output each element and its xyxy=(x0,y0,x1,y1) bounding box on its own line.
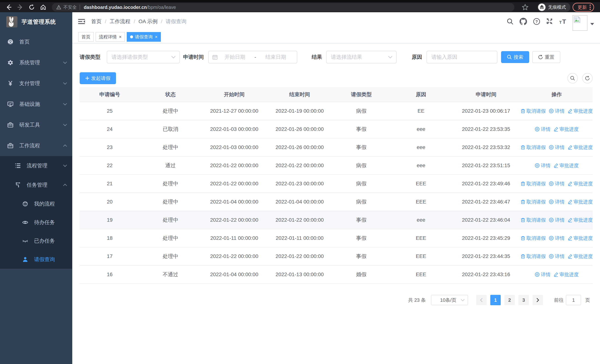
cell-status: 处理中 xyxy=(140,247,201,265)
sidebar-item-支付管理[interactable]: 支付管理 xyxy=(0,73,72,94)
action-审批进度[interactable]: 审批进度 xyxy=(568,217,593,223)
tab-流程详情[interactable]: 流程详情× xyxy=(96,32,125,42)
action-审批进度[interactable]: 审批进度 xyxy=(568,235,593,242)
reset-button[interactable]: 重置 xyxy=(532,51,560,63)
action-审批进度[interactable]: 审批进度 xyxy=(553,126,579,132)
browser-forward-icon[interactable] xyxy=(14,2,26,12)
help-icon[interactable]: ? xyxy=(533,18,540,25)
fullscreen-icon[interactable] xyxy=(546,18,553,25)
chevron-down-icon xyxy=(63,164,67,167)
cell-apply: 2022-01-22 23:49:46 xyxy=(451,175,521,193)
toggle-search-button[interactable] xyxy=(567,73,578,84)
goto-page-input[interactable]: 1 xyxy=(566,295,581,305)
eye-open-icon xyxy=(22,219,28,225)
url-bar[interactable]: 不安全 dashboard.yudao.iocoder.cn/bpm/oa/le… xyxy=(52,3,514,11)
action-详情[interactable]: 详情 xyxy=(549,217,565,223)
cell-start: 2022-01-04 00:00:00 xyxy=(201,193,267,211)
hamburger-icon[interactable] xyxy=(78,18,85,25)
tab-请假查询[interactable]: 请假查询× xyxy=(127,32,161,42)
font-size-icon[interactable]: TT xyxy=(559,18,567,25)
page-button-1[interactable]: 1 xyxy=(490,295,501,305)
action-审批进度[interactable]: 审批进度 xyxy=(568,253,593,260)
action-取消请假[interactable]: 取消请假 xyxy=(521,180,546,187)
chevron-up-icon xyxy=(63,144,67,147)
sidebar-item-任务管理[interactable]: 任务管理 xyxy=(0,175,72,195)
action-审批进度[interactable]: 审批进度 xyxy=(568,144,593,151)
action-取消请假[interactable]: 取消请假 xyxy=(521,217,546,223)
action-详情[interactable]: 详情 xyxy=(534,126,551,132)
breadcrumb-item[interactable]: 首页 xyxy=(91,18,102,25)
bookmark-star-icon[interactable] xyxy=(522,4,528,10)
leave-type-select[interactable]: 请选择请假类型 xyxy=(107,51,180,63)
tab-首页[interactable]: 首页 xyxy=(78,32,94,42)
action-详情[interactable]: 详情 xyxy=(549,253,565,260)
browser-update-button[interactable]: 更新 xyxy=(572,3,594,12)
tab-close-icon[interactable]: × xyxy=(119,34,122,39)
next-page-button[interactable] xyxy=(533,295,543,305)
action-详情[interactable]: 详情 xyxy=(549,108,565,114)
cell-reason: EE xyxy=(391,102,451,120)
github-icon[interactable] xyxy=(520,18,527,25)
action-详情[interactable]: 详情 xyxy=(549,199,565,205)
action-取消请假[interactable]: 取消请假 xyxy=(521,108,546,114)
breadcrumb-item[interactable]: OA 示例 xyxy=(139,18,158,25)
action-取消请假[interactable]: 取消请假 xyxy=(521,253,546,260)
create-leave-button[interactable]: 发起请假 xyxy=(80,72,116,84)
action-审批进度[interactable]: 审批进度 xyxy=(568,199,593,205)
prev-page-button[interactable] xyxy=(476,295,487,305)
reason-input[interactable]: 请输入原因 xyxy=(427,51,497,63)
pagination: 共 23 条 10条/页 123 前往 1 页 xyxy=(80,295,593,305)
browser-back-icon[interactable] xyxy=(3,2,14,12)
cell-end: 2022-01-13 00:00:00 xyxy=(267,265,332,284)
action-取消请假[interactable]: 取消请假 xyxy=(521,235,546,242)
browser-home-icon[interactable] xyxy=(38,2,49,12)
action-详情[interactable]: 详情 xyxy=(534,271,551,278)
sidebar-item-已办任务[interactable]: 已办任务 xyxy=(0,232,72,250)
breadcrumb-item[interactable]: 工作流程 xyxy=(110,18,131,25)
action-详情[interactable]: 详情 xyxy=(549,144,565,151)
sidebar-item-我的流程[interactable]: 我的流程 xyxy=(0,195,72,213)
browser-reload-icon[interactable] xyxy=(26,2,38,12)
action-审批进度[interactable]: 审批进度 xyxy=(568,108,593,114)
action-详情[interactable]: 详情 xyxy=(549,235,565,242)
cell-end: 2022-01-22 00:00:00 xyxy=(267,247,332,265)
search-button[interactable]: 搜索 xyxy=(501,51,529,63)
gear-icon xyxy=(7,60,13,65)
action-详情[interactable]: 详情 xyxy=(534,162,551,169)
page-button-2[interactable]: 2 xyxy=(504,295,515,305)
edit-icon xyxy=(568,109,572,113)
start-date-placeholder[interactable]: 开始日期 xyxy=(217,54,252,61)
action-详情[interactable]: 详情 xyxy=(549,180,565,187)
action-label: 详情 xyxy=(541,126,551,132)
browser-menu-icon[interactable] xyxy=(590,4,591,10)
action-审批进度[interactable]: 审批进度 xyxy=(553,271,579,278)
action-审批进度[interactable]: 审批进度 xyxy=(553,162,579,169)
action-label: 取消请假 xyxy=(526,235,546,242)
view-icon xyxy=(534,272,540,277)
sidebar-item-基础设施[interactable]: 基础设施 xyxy=(0,94,72,114)
tab-close-icon[interactable]: × xyxy=(155,34,158,39)
action-取消请假[interactable]: 取消请假 xyxy=(521,144,546,151)
result-select[interactable]: 请选择流结果 xyxy=(326,51,396,63)
action-审批进度[interactable]: 审批进度 xyxy=(568,180,593,187)
refresh-table-button[interactable] xyxy=(582,73,593,84)
end-date-placeholder[interactable]: 结束日期 xyxy=(259,54,293,61)
avatar[interactable] xyxy=(572,15,587,31)
app-logo[interactable]: 芋道管理系统 xyxy=(0,12,72,31)
apply-time-range[interactable]: 开始日期 - 结束日期 xyxy=(208,51,297,63)
sidebar-item-工作流程[interactable]: 工作流程 xyxy=(0,135,72,156)
sidebar-item-首页[interactable]: 首页 xyxy=(0,31,72,52)
page-size-select[interactable]: 10条/页 xyxy=(431,295,468,305)
avatar-caret-icon[interactable] xyxy=(590,23,594,25)
action-取消请假[interactable]: 取消请假 xyxy=(521,199,546,205)
sidebar-item-研发工具[interactable]: 研发工具 xyxy=(0,114,72,135)
cell-start: 2022-01-03 00:00:00 xyxy=(201,138,267,156)
sidebar-item-待办任务[interactable]: 待办任务 xyxy=(0,213,72,232)
header-search-icon[interactable] xyxy=(506,18,514,25)
sidebar-item-请假查询[interactable]: 请假查询 xyxy=(0,250,72,269)
page-button-3[interactable]: 3 xyxy=(518,295,529,305)
sidebar-item-流程管理[interactable]: 流程管理 xyxy=(0,156,72,175)
cell-start: 2022-01-04 00:00:00 xyxy=(201,265,267,284)
chevron-down-icon xyxy=(63,82,67,85)
sidebar-item-系统管理[interactable]: 系统管理 xyxy=(0,52,72,73)
